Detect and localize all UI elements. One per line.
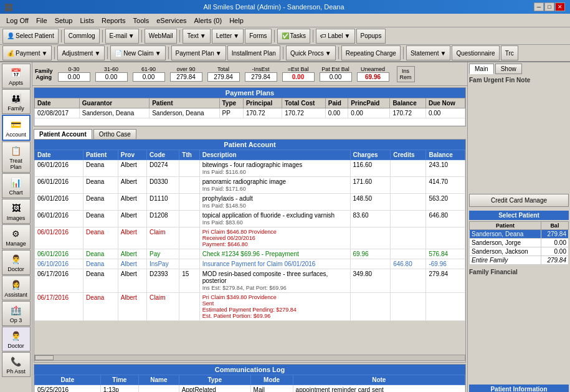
- sep-6: [313, 30, 313, 42]
- payment-plan-btn[interactable]: Payment Plan ▼: [171, 45, 226, 60]
- table-row[interactable]: 06/01/2016 Deana Albert D1110 prophylaxi…: [35, 194, 465, 211]
- table-row[interactable]: 06/17/2016 Deana Albert Claim Pri Claim …: [35, 293, 465, 321]
- popups-btn[interactable]: Popups: [356, 29, 386, 44]
- table-row[interactable]: 06/01/2016 Deana Albert D1208 topical ap…: [35, 211, 465, 227]
- label-btn[interactable]: 🏷 Label ▼: [316, 29, 354, 44]
- acct-col-credits: Credits: [391, 150, 426, 160]
- horizontal-scrollbar[interactable]: [34, 353, 465, 362]
- minimize-btn[interactable]: ─: [534, 2, 544, 11]
- scrollbar-track[interactable]: [34, 355, 465, 361]
- acct-col-desc: Description: [199, 150, 350, 160]
- aging-insest: -InsEst 279.84: [245, 66, 277, 82]
- stmt-arrow: ▼: [440, 50, 446, 57]
- select-patient-btn[interactable]: 👤 Select Patient: [2, 29, 59, 44]
- menu-tools[interactable]: Tools: [130, 16, 153, 26]
- sidebar-item-doctor2[interactable]: 👨‍⚕️ Doctor: [2, 327, 31, 351]
- webmail-btn[interactable]: WebMail: [145, 29, 178, 44]
- sep-3: [141, 30, 142, 42]
- claim-arrow: ▼: [155, 50, 161, 57]
- acct-col-date: Date: [35, 150, 83, 160]
- payment-plans-section: Payment Plans Date Guarantor Patient Typ…: [34, 87, 466, 127]
- sep-8: [107, 47, 108, 59]
- forms-btn[interactable]: Forms: [245, 29, 271, 44]
- close-btn[interactable]: ✕: [555, 2, 565, 11]
- menu-file[interactable]: File: [32, 16, 51, 26]
- menu-setup[interactable]: Setup: [51, 16, 77, 26]
- patient-info-section: Patient Information Billing Type Standar…: [469, 385, 569, 392]
- sidebar-item-treatplan[interactable]: 📋 TreatPlan: [2, 141, 31, 173]
- statement-btn[interactable]: Statement ▼: [406, 45, 451, 60]
- sidebar-item-manage[interactable]: ⚙ Manage: [2, 224, 31, 249]
- tab-ortho-case[interactable]: Ortho Case: [93, 129, 136, 139]
- pp-col-balance: Balance: [390, 98, 426, 108]
- sidebar-item-chart[interactable]: 📊 Chart: [2, 173, 31, 198]
- sep-4: [179, 30, 180, 42]
- list-item[interactable]: Sanderson, Jorge 0.00: [470, 239, 569, 247]
- family-aging-label: Family Aging: [35, 68, 53, 80]
- phasst-icon: 📞: [7, 355, 25, 368]
- pp-col-duenow: Due Now: [425, 98, 465, 108]
- table-row[interactable]: 06/01/2016 Deana Albert D0274 bitewings …: [35, 160, 465, 177]
- patient-info-title: Patient Information: [469, 385, 569, 392]
- comm-col-time: Time: [100, 375, 138, 385]
- toolbar-2: 💰 Payment ▼ Adjustment ▼ 📄 New Claim ▼ P…: [0, 45, 570, 62]
- sidebar-item-account[interactable]: 💳 Account: [2, 115, 31, 141]
- sidebar-item-family[interactable]: 👪 Family: [2, 89, 31, 114]
- window-controls[interactable]: ─ □ ✕: [534, 2, 565, 11]
- payment-btn[interactable]: 💰 Payment ▼: [2, 45, 52, 60]
- menu-alerts[interactable]: Alerts (0): [191, 16, 226, 26]
- fam-urgent-content: [469, 86, 569, 194]
- list-item[interactable]: Sanderson, Jackson 0.00: [470, 247, 569, 256]
- ins-rem-btn[interactable]: InsRem: [397, 66, 415, 82]
- select-patient-section: Select Patient Patient Bal Sanderson, De…: [469, 211, 569, 265]
- table-row[interactable]: 06/01/2016 Deana Albert Claim Pri Claim …: [35, 227, 465, 249]
- center-content: Family Aging 0-30 0.00 31-60 0.00 61-90 …: [32, 62, 467, 392]
- installment-btn[interactable]: Installment Plan: [227, 45, 280, 60]
- scrollbar-thumb[interactable]: [35, 355, 54, 360]
- table-row[interactable]: 06/17/2016 Deana Albert D2393 15 MOD res…: [35, 269, 465, 293]
- person-icon: 👤: [7, 32, 14, 39]
- sidebar: 📅 Appts 👪 Family 💳 Account 📋 TreatPlan 📊…: [0, 62, 32, 392]
- trc-btn[interactable]: Trc: [501, 45, 518, 60]
- email-btn[interactable]: E-mail ▼: [105, 29, 139, 44]
- sidebar-item-images[interactable]: 🖼 Images: [2, 199, 31, 224]
- letter-btn[interactable]: Letter ▼: [212, 29, 244, 44]
- table-row[interactable]: 06/01/2016 Deana Albert D0330 panoramic …: [35, 177, 465, 194]
- table-row[interactable]: 06/10/2016 Deana Albert InsPay Insurance…: [35, 259, 465, 269]
- sidebar-item-appts[interactable]: 📅 Appts: [2, 64, 31, 88]
- tab-patient-account[interactable]: Patient Account: [34, 129, 92, 139]
- credit-card-manage-btn[interactable]: Credit Card Manage: [469, 194, 569, 207]
- account-table-scroll[interactable]: Date Patient Prov Code Tth Description C…: [34, 150, 465, 353]
- comm-log-table: Date Time Name Type Mode Note 05/25/2016…: [34, 375, 465, 392]
- list-item[interactable]: Sanderson, Deana 279.84: [470, 230, 569, 239]
- list-item[interactable]: 05/25/2016 1:13p ApptRelated Mail appoin…: [35, 385, 465, 393]
- sidebar-item-doctor[interactable]: 👨‍⚕️ Doctor: [2, 250, 31, 275]
- menu-eservices[interactable]: eServices: [153, 16, 190, 26]
- repeating-charge-btn[interactable]: Repeating Charge: [341, 45, 401, 60]
- tab-show[interactable]: Show: [495, 64, 522, 74]
- sidebar-item-phasst[interactable]: 📞 Ph Asst: [2, 352, 31, 377]
- quick-procs-btn[interactable]: Quick Procs ▼: [286, 45, 336, 60]
- sidebar-item-assistant[interactable]: 👩‍⚕️ Assistant: [2, 275, 31, 300]
- comm-log-header: Communications Log: [34, 365, 465, 375]
- menu-logoff[interactable]: Log Off: [2, 16, 32, 26]
- tab-main[interactable]: Main: [469, 64, 494, 74]
- pp-col-patient: Patient: [150, 98, 219, 108]
- list-item[interactable]: Entire Family 279.84: [470, 256, 569, 265]
- menu-reports[interactable]: Reports: [98, 16, 130, 26]
- account-icon: 💳: [7, 118, 25, 131]
- table-row[interactable]: 02/08/2017 Sanderson, Deana Sanderson, D…: [35, 108, 465, 118]
- treatplan-icon: 📋: [7, 144, 25, 158]
- commlog-btn[interactable]: Commlog: [64, 29, 100, 44]
- adjustment-btn[interactable]: Adjustment ▼: [57, 45, 105, 60]
- text-btn[interactable]: Text ▼: [183, 29, 210, 44]
- new-claim-btn[interactable]: 📄 New Claim ▼: [110, 45, 165, 60]
- menu-lists[interactable]: Lists: [76, 16, 98, 26]
- pt-col-bal: Bal: [541, 222, 568, 230]
- tasks-btn[interactable]: ✅ Tasks: [277, 29, 311, 44]
- questionnaire-btn[interactable]: Questionnaire: [452, 45, 499, 60]
- menu-help[interactable]: Help: [226, 16, 247, 26]
- maximize-btn[interactable]: □: [544, 2, 554, 11]
- sidebar-item-op3[interactable]: 🏥 Op 3: [2, 301, 31, 326]
- table-row[interactable]: 06/01/2016 Deana Albert Pay Check #1234 …: [35, 249, 465, 259]
